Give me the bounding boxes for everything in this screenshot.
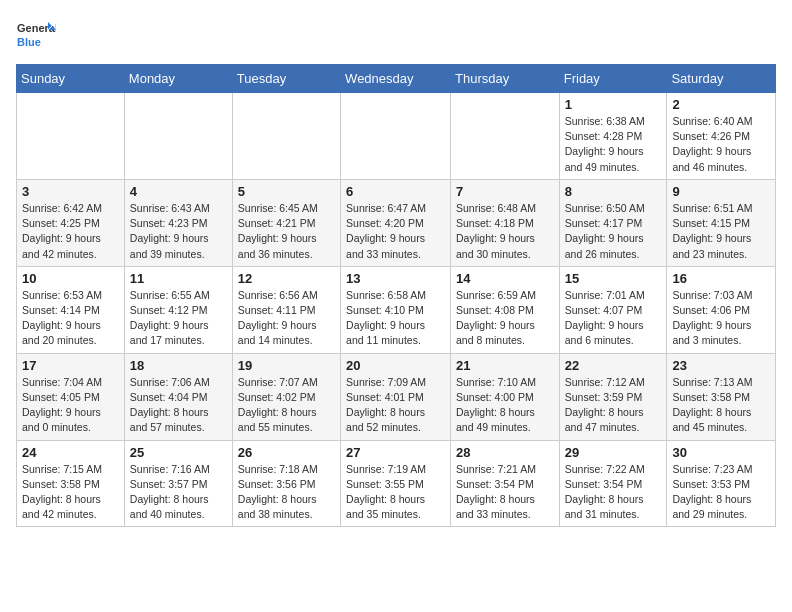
day-number: 8 [565,184,662,199]
day-number: 11 [130,271,227,286]
day-number: 1 [565,97,662,112]
day-info: Sunrise: 7:13 AMSunset: 3:58 PMDaylight:… [672,375,770,436]
calendar-cell: 21Sunrise: 7:10 AMSunset: 4:00 PMDayligh… [451,353,560,440]
calendar-cell: 25Sunrise: 7:16 AMSunset: 3:57 PMDayligh… [124,440,232,527]
calendar-cell: 10Sunrise: 6:53 AMSunset: 4:14 PMDayligh… [17,266,125,353]
calendar-cell: 23Sunrise: 7:13 AMSunset: 3:58 PMDayligh… [667,353,776,440]
day-number: 2 [672,97,770,112]
day-number: 22 [565,358,662,373]
calendar-cell: 2Sunrise: 6:40 AMSunset: 4:26 PMDaylight… [667,93,776,180]
calendar-week-row: 3Sunrise: 6:42 AMSunset: 4:25 PMDaylight… [17,179,776,266]
weekday-header-friday: Friday [559,65,667,93]
calendar-cell: 24Sunrise: 7:15 AMSunset: 3:58 PMDayligh… [17,440,125,527]
calendar-cell: 9Sunrise: 6:51 AMSunset: 4:15 PMDaylight… [667,179,776,266]
day-number: 20 [346,358,445,373]
day-info: Sunrise: 6:43 AMSunset: 4:23 PMDaylight:… [130,201,227,262]
calendar-header-row: SundayMondayTuesdayWednesdayThursdayFrid… [17,65,776,93]
day-number: 27 [346,445,445,460]
day-info: Sunrise: 6:48 AMSunset: 4:18 PMDaylight:… [456,201,554,262]
day-info: Sunrise: 7:12 AMSunset: 3:59 PMDaylight:… [565,375,662,436]
weekday-header-sunday: Sunday [17,65,125,93]
day-number: 19 [238,358,335,373]
calendar-cell [451,93,560,180]
calendar-cell: 16Sunrise: 7:03 AMSunset: 4:06 PMDayligh… [667,266,776,353]
logo: General Blue [16,16,56,56]
calendar-cell: 26Sunrise: 7:18 AMSunset: 3:56 PMDayligh… [232,440,340,527]
weekday-header-tuesday: Tuesday [232,65,340,93]
day-number: 5 [238,184,335,199]
weekday-header-thursday: Thursday [451,65,560,93]
calendar-cell: 3Sunrise: 6:42 AMSunset: 4:25 PMDaylight… [17,179,125,266]
day-number: 30 [672,445,770,460]
day-info: Sunrise: 7:18 AMSunset: 3:56 PMDaylight:… [238,462,335,523]
day-number: 17 [22,358,119,373]
calendar-cell: 30Sunrise: 7:23 AMSunset: 3:53 PMDayligh… [667,440,776,527]
day-info: Sunrise: 7:01 AMSunset: 4:07 PMDaylight:… [565,288,662,349]
day-number: 18 [130,358,227,373]
day-info: Sunrise: 6:45 AMSunset: 4:21 PMDaylight:… [238,201,335,262]
calendar-cell: 28Sunrise: 7:21 AMSunset: 3:54 PMDayligh… [451,440,560,527]
day-number: 6 [346,184,445,199]
calendar-cell: 17Sunrise: 7:04 AMSunset: 4:05 PMDayligh… [17,353,125,440]
day-info: Sunrise: 6:56 AMSunset: 4:11 PMDaylight:… [238,288,335,349]
calendar-cell: 19Sunrise: 7:07 AMSunset: 4:02 PMDayligh… [232,353,340,440]
day-info: Sunrise: 7:23 AMSunset: 3:53 PMDaylight:… [672,462,770,523]
calendar-cell: 13Sunrise: 6:58 AMSunset: 4:10 PMDayligh… [341,266,451,353]
day-info: Sunrise: 6:58 AMSunset: 4:10 PMDaylight:… [346,288,445,349]
day-info: Sunrise: 6:51 AMSunset: 4:15 PMDaylight:… [672,201,770,262]
calendar-cell: 7Sunrise: 6:48 AMSunset: 4:18 PMDaylight… [451,179,560,266]
day-number: 12 [238,271,335,286]
day-info: Sunrise: 7:19 AMSunset: 3:55 PMDaylight:… [346,462,445,523]
day-number: 13 [346,271,445,286]
day-info: Sunrise: 7:16 AMSunset: 3:57 PMDaylight:… [130,462,227,523]
calendar-table: SundayMondayTuesdayWednesdayThursdayFrid… [16,64,776,527]
logo-container: General Blue [16,16,56,56]
calendar-cell [124,93,232,180]
logo-graphic: General Blue [16,16,56,56]
calendar-cell: 20Sunrise: 7:09 AMSunset: 4:01 PMDayligh… [341,353,451,440]
day-number: 14 [456,271,554,286]
calendar-week-row: 10Sunrise: 6:53 AMSunset: 4:14 PMDayligh… [17,266,776,353]
weekday-header-wednesday: Wednesday [341,65,451,93]
calendar-week-row: 1Sunrise: 6:38 AMSunset: 4:28 PMDaylight… [17,93,776,180]
day-info: Sunrise: 7:09 AMSunset: 4:01 PMDaylight:… [346,375,445,436]
day-info: Sunrise: 6:50 AMSunset: 4:17 PMDaylight:… [565,201,662,262]
calendar-cell: 14Sunrise: 6:59 AMSunset: 4:08 PMDayligh… [451,266,560,353]
day-info: Sunrise: 6:53 AMSunset: 4:14 PMDaylight:… [22,288,119,349]
calendar-week-row: 17Sunrise: 7:04 AMSunset: 4:05 PMDayligh… [17,353,776,440]
day-number: 9 [672,184,770,199]
calendar-cell: 27Sunrise: 7:19 AMSunset: 3:55 PMDayligh… [341,440,451,527]
day-info: Sunrise: 7:04 AMSunset: 4:05 PMDaylight:… [22,375,119,436]
calendar-cell [341,93,451,180]
day-info: Sunrise: 6:40 AMSunset: 4:26 PMDaylight:… [672,114,770,175]
day-info: Sunrise: 6:59 AMSunset: 4:08 PMDaylight:… [456,288,554,349]
page-header: General Blue [16,16,776,56]
day-info: Sunrise: 7:07 AMSunset: 4:02 PMDaylight:… [238,375,335,436]
day-info: Sunrise: 7:15 AMSunset: 3:58 PMDaylight:… [22,462,119,523]
day-info: Sunrise: 7:06 AMSunset: 4:04 PMDaylight:… [130,375,227,436]
day-info: Sunrise: 7:22 AMSunset: 3:54 PMDaylight:… [565,462,662,523]
calendar-cell: 1Sunrise: 6:38 AMSunset: 4:28 PMDaylight… [559,93,667,180]
day-number: 25 [130,445,227,460]
day-number: 28 [456,445,554,460]
day-info: Sunrise: 6:42 AMSunset: 4:25 PMDaylight:… [22,201,119,262]
day-number: 21 [456,358,554,373]
day-info: Sunrise: 7:21 AMSunset: 3:54 PMDaylight:… [456,462,554,523]
day-number: 24 [22,445,119,460]
day-number: 26 [238,445,335,460]
weekday-header-saturday: Saturday [667,65,776,93]
day-number: 4 [130,184,227,199]
calendar-week-row: 24Sunrise: 7:15 AMSunset: 3:58 PMDayligh… [17,440,776,527]
day-number: 10 [22,271,119,286]
calendar-cell [17,93,125,180]
day-info: Sunrise: 6:38 AMSunset: 4:28 PMDaylight:… [565,114,662,175]
calendar-cell: 29Sunrise: 7:22 AMSunset: 3:54 PMDayligh… [559,440,667,527]
calendar-cell: 4Sunrise: 6:43 AMSunset: 4:23 PMDaylight… [124,179,232,266]
calendar-cell: 8Sunrise: 6:50 AMSunset: 4:17 PMDaylight… [559,179,667,266]
svg-text:Blue: Blue [17,36,41,48]
day-number: 29 [565,445,662,460]
day-number: 7 [456,184,554,199]
calendar-cell: 12Sunrise: 6:56 AMSunset: 4:11 PMDayligh… [232,266,340,353]
weekday-header-monday: Monday [124,65,232,93]
calendar-cell: 18Sunrise: 7:06 AMSunset: 4:04 PMDayligh… [124,353,232,440]
